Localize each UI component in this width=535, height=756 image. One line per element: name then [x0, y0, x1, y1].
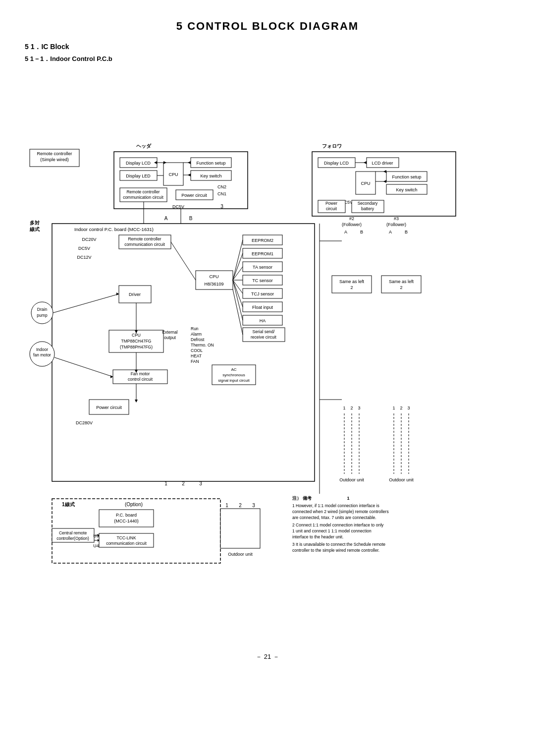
svg-text:(Option): (Option)	[125, 502, 143, 507]
svg-text:pump: pump	[37, 313, 48, 318]
svg-text:(Simple wired): (Simple wired)	[40, 157, 69, 162]
svg-text:DC5V: DC5V	[78, 246, 90, 251]
svg-text:Power: Power	[325, 201, 337, 206]
svg-text:TCC-LINK: TCC-LINK	[116, 535, 136, 540]
svg-text:CPU: CPU	[361, 181, 370, 186]
svg-text:fan motor: fan motor	[33, 352, 51, 357]
svg-rect-79	[196, 271, 233, 290]
svg-text:Power circuit: Power circuit	[181, 193, 207, 198]
svg-text:control circuit: control circuit	[128, 377, 153, 382]
svg-text:A: A	[344, 230, 347, 234]
svg-rect-140	[332, 276, 372, 293]
svg-text:3: 3	[220, 204, 223, 209]
svg-text:Display LCD: Display LCD	[126, 161, 151, 166]
svg-text:AC: AC	[231, 367, 236, 372]
page-title: 5 CONTROL BLOCK DIAGRAM	[25, 20, 510, 33]
svg-text:TCJ sensor: TCJ sensor	[251, 291, 274, 296]
svg-text:Remote controller: Remote controller	[128, 236, 161, 241]
svg-text:3: 3	[407, 406, 410, 410]
svg-text:2: 2	[400, 406, 402, 410]
svg-text:Outdoor unit: Outdoor unit	[339, 477, 364, 482]
svg-text:Float input: Float input	[252, 305, 273, 310]
svg-text:CPU: CPU	[209, 274, 218, 279]
svg-text:線式: 線式	[29, 227, 40, 232]
sub-section-title: 5 1－1．Indoor Control P.C.b	[25, 55, 510, 63]
svg-text:EEPROM1: EEPROM1	[252, 251, 273, 256]
svg-text:2  Connect 1:1 model connectio: 2 Connect 1:1 model connection interface…	[292, 523, 384, 527]
svg-text:Indoor control P.C. board (MCC: Indoor control P.C. board (MCC-1631)	[74, 227, 154, 232]
svg-text:External: External	[162, 330, 177, 335]
svg-text:CPU: CPU	[168, 172, 178, 177]
svg-text:Same as left: Same as left	[389, 279, 414, 284]
svg-text:signal input circuit: signal input circuit	[218, 378, 250, 383]
svg-text:#3: #3	[394, 216, 399, 221]
svg-rect-143	[381, 276, 421, 293]
svg-text:Key switch: Key switch	[200, 174, 221, 178]
svg-text:Driver: Driver	[129, 292, 141, 297]
svg-text:synchronous: synchronous	[222, 373, 245, 377]
svg-text:battery: battery	[361, 206, 374, 211]
svg-text:Alarm: Alarm	[191, 332, 202, 337]
svg-text:receive circuit: receive circuit	[251, 335, 277, 340]
svg-text:多対: 多対	[30, 220, 40, 226]
svg-text:B: B	[360, 230, 363, 234]
svg-text:are connected, Max. 7 units ar: are connected, Max. 7 units are connecta…	[292, 515, 376, 520]
svg-text:Thermo. ON: Thermo. ON	[191, 343, 214, 348]
svg-text:Serial send/: Serial send/	[253, 329, 275, 334]
svg-text:2: 2	[350, 406, 353, 410]
svg-text:Function setup: Function setup	[392, 174, 421, 179]
svg-text:TA sensor: TA sensor	[253, 265, 272, 270]
svg-text:LCD driver: LCD driver	[372, 161, 393, 166]
svg-text:Key switch: Key switch	[396, 187, 417, 192]
svg-text:3  It is unavailable to connec: 3 It is unavailable to connect the Sched…	[292, 542, 385, 547]
svg-text:HA: HA	[260, 318, 266, 323]
svg-text:U4: U4	[93, 543, 99, 548]
svg-text:DC20V: DC20V	[82, 237, 96, 242]
svg-text:communication circuit: communication circuit	[124, 242, 165, 247]
svg-text:1: 1	[392, 406, 395, 410]
svg-text:controller to the simple wired: controller to the simple wired remote co…	[292, 548, 379, 553]
svg-text:1  However, if 1:1 model conne: 1 However, if 1:1 model connection inter…	[292, 503, 379, 508]
svg-text:TMP88CH47FG: TMP88CH47FG	[121, 339, 152, 344]
page-footer: － 21 －	[25, 652, 510, 661]
svg-text:Display LCD: Display LCD	[324, 161, 349, 166]
svg-text:(MCC-1440): (MCC-1440)	[114, 519, 139, 523]
svg-text:3: 3	[199, 481, 202, 486]
svg-text:ヘッダ: ヘッダ	[136, 143, 152, 149]
svg-text:#2: #2	[349, 216, 354, 221]
svg-text:connected when 2 wired (simple: connected when 2 wired (simple) remote c…	[292, 509, 389, 514]
svg-text:DC12V: DC12V	[77, 255, 91, 260]
svg-text:B: B	[189, 216, 193, 221]
svg-text:Outdoor unit: Outdoor unit	[389, 477, 414, 482]
svg-text:CN2: CN2	[217, 184, 226, 189]
svg-text:HEAT: HEAT	[191, 353, 202, 358]
svg-text:controller(Option): controller(Option)	[56, 536, 89, 541]
svg-text:Remote controller: Remote controller	[37, 151, 72, 156]
svg-text:H8/36109: H8/36109	[204, 282, 223, 287]
svg-text:DC5V: DC5V	[172, 204, 184, 209]
svg-text:Defrost: Defrost	[191, 337, 205, 342]
svg-text:2: 2	[400, 285, 402, 290]
svg-text:(TMP88PH47FG): (TMP88PH47FG)	[120, 345, 153, 349]
svg-text:2: 2	[239, 503, 242, 508]
svg-text:Run: Run	[191, 326, 199, 331]
svg-text:(Follower): (Follower)	[342, 222, 362, 227]
svg-text:フォロワ: フォロワ	[322, 143, 342, 149]
svg-text:output: output	[164, 335, 176, 340]
svg-text:1 unit and connect 1  1:1 mode: 1 unit and connect 1 1:1 model connectio…	[292, 528, 372, 533]
svg-text:Power circuit: Power circuit	[96, 405, 122, 410]
svg-text:TC sensor: TC sensor	[252, 278, 273, 283]
svg-text:Function setup: Function setup	[196, 161, 225, 166]
svg-text:Drain: Drain	[37, 307, 48, 312]
svg-text:DC280V: DC280V	[76, 420, 93, 425]
svg-text:A: A	[389, 230, 392, 234]
svg-text:Indoor: Indoor	[36, 347, 48, 352]
svg-text:Outdoor unit: Outdoor unit	[228, 552, 253, 557]
diagram-container: Remote controller (Simple wired) ヘッダ フォロ…	[25, 72, 510, 642]
svg-text:FAN: FAN	[191, 359, 199, 364]
svg-text:3: 3	[252, 503, 255, 508]
svg-text:Fan motor: Fan motor	[131, 371, 150, 376]
svg-text:communication circuit: communication circuit	[106, 541, 147, 546]
diagram-svg: Remote controller (Simple wired) ヘッダ フォロ…	[25, 72, 510, 642]
svg-text:Remote controller: Remote controller	[126, 189, 160, 194]
